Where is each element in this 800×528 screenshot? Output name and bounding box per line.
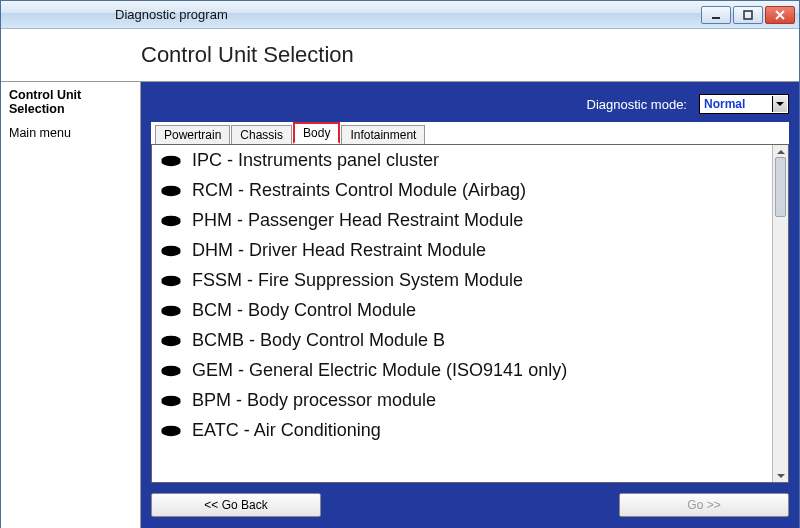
tab-powertrain[interactable]: Powertrain [155,125,230,144]
chip-icon [160,363,182,377]
tab-infotainment[interactable]: Infotainment [341,125,425,144]
scroll-down-icon[interactable] [773,470,788,482]
list-item-label: GEM - General Electric Module (ISO9141 o… [192,360,567,381]
sidebar-item-0[interactable]: Control Unit Selection [9,88,132,116]
list-item[interactable]: BPM - Body processor module [152,385,772,415]
list-item[interactable]: IPC - Instruments panel cluster [152,145,772,175]
main-area: Control Unit SelectionMain menu Diagnost… [1,81,799,528]
tab-body[interactable]: Body [293,122,340,144]
page-title: Control Unit Selection [141,42,354,68]
close-icon [775,10,785,20]
chip-icon [160,393,182,407]
tab-chassis[interactable]: Chassis [231,125,292,144]
list-item[interactable]: EATC - Air Conditioning [152,415,772,445]
minimize-icon [711,10,721,20]
close-button[interactable] [765,6,795,24]
list-item[interactable]: RCM - Restraints Control Module (Airbag) [152,175,772,205]
svg-rect-1 [744,11,752,19]
scroll-up-icon[interactable] [773,145,788,157]
chip-icon [160,333,182,347]
chevron-down-icon [772,96,787,112]
module-list[interactable]: IPC - Instruments panel clusterRCM - Res… [152,145,772,482]
list-item[interactable]: BCMB - Body Control Module B [152,325,772,355]
diagnostic-mode-value: Normal [704,97,745,111]
chip-icon [160,273,182,287]
list-item-label: FSSM - Fire Suppression System Module [192,270,523,291]
go-back-button[interactable]: << Go Back [151,493,321,517]
window-title: Diagnostic program [115,7,228,22]
list-item-label: DHM - Driver Head Restraint Module [192,240,486,261]
go-forward-button[interactable]: Go >> [619,493,789,517]
chip-icon [160,183,182,197]
footer: << Go Back Go >> [151,483,789,519]
maximize-icon [743,10,753,20]
chip-icon [160,153,182,167]
diagnostic-mode-row: Diagnostic mode: Normal [151,90,789,118]
module-list-panel: IPC - Instruments panel clusterRCM - Res… [151,144,789,483]
chip-icon [160,423,182,437]
page-header: Control Unit Selection [1,29,799,81]
app-icon [9,7,25,23]
list-item-label: BPM - Body processor module [192,390,436,411]
list-item[interactable]: DHM - Driver Head Restraint Module [152,235,772,265]
list-item-label: BCMB - Body Control Module B [192,330,445,351]
list-item-label: PHM - Passenger Head Restraint Module [192,210,523,231]
content-panel: Diagnostic mode: Normal PowertrainChassi… [141,82,799,528]
chip-icon [160,303,182,317]
app-window: Diagnostic program Control Unit Selectio… [0,0,800,528]
chip-icon [160,213,182,227]
list-item[interactable]: FSSM - Fire Suppression System Module [152,265,772,295]
vertical-scrollbar[interactable] [772,145,788,482]
scroll-thumb[interactable] [775,157,786,217]
list-item-label: BCM - Body Control Module [192,300,416,321]
list-item-label: RCM - Restraints Control Module (Airbag) [192,180,526,201]
list-item[interactable]: GEM - General Electric Module (ISO9141 o… [152,355,772,385]
diagnostic-mode-select[interactable]: Normal [699,94,789,114]
list-item-label: IPC - Instruments panel cluster [192,150,439,171]
list-item[interactable]: PHM - Passenger Head Restraint Module [152,205,772,235]
diagnostic-mode-label: Diagnostic mode: [587,97,687,112]
chip-icon [160,243,182,257]
tabstrip: PowertrainChassisBodyInfotainment [151,122,789,144]
list-item-label: EATC - Air Conditioning [192,420,381,441]
sidebar-item-1[interactable]: Main menu [9,126,132,140]
sidebar: Control Unit SelectionMain menu [1,82,141,528]
titlebar[interactable]: Diagnostic program [1,1,799,29]
maximize-button[interactable] [733,6,763,24]
window-controls [701,6,799,24]
svg-rect-0 [712,17,720,19]
list-item[interactable]: BCM - Body Control Module [152,295,772,325]
minimize-button[interactable] [701,6,731,24]
